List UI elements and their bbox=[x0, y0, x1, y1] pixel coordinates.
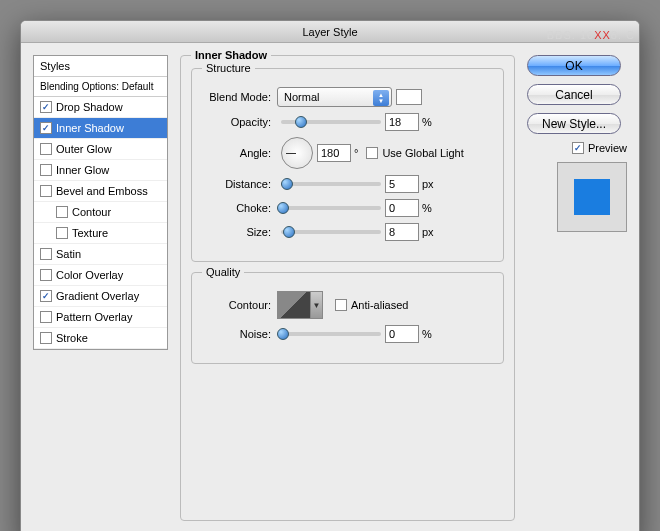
style-item-label: Pattern Overlay bbox=[56, 311, 132, 323]
distance-unit: px bbox=[422, 178, 434, 190]
style-item-color-overlay[interactable]: Color Overlay bbox=[34, 265, 167, 286]
style-item-inner-shadow[interactable]: Inner Shadow bbox=[34, 118, 167, 139]
style-item-contour[interactable]: Contour bbox=[34, 202, 167, 223]
choke-slider[interactable] bbox=[281, 206, 381, 210]
style-item-texture[interactable]: Texture bbox=[34, 223, 167, 244]
angle-dial[interactable] bbox=[281, 137, 313, 169]
preview-swatch bbox=[574, 179, 610, 215]
styles-header[interactable]: Styles bbox=[34, 56, 167, 77]
style-checkbox[interactable] bbox=[56, 206, 68, 218]
size-slider[interactable] bbox=[281, 230, 381, 234]
slider-thumb[interactable] bbox=[277, 328, 289, 340]
choke-unit: % bbox=[422, 202, 432, 214]
style-item-label: Drop Shadow bbox=[56, 101, 123, 113]
slider-thumb[interactable] bbox=[295, 116, 307, 128]
style-item-inner-glow[interactable]: Inner Glow bbox=[34, 160, 167, 181]
watermark: BBS. 16XX8. C bbox=[547, 24, 635, 46]
style-item-label: Inner Glow bbox=[56, 164, 109, 176]
choke-input[interactable] bbox=[385, 199, 419, 217]
structure-group: Structure Blend Mode: Normal ▲▼ Opacity: bbox=[191, 68, 504, 262]
style-item-label: Color Overlay bbox=[56, 269, 123, 281]
blending-options-row[interactable]: Blending Options: Default bbox=[34, 77, 167, 97]
blendmode-select[interactable]: Normal ▲▼ bbox=[277, 87, 392, 107]
size-label: Size: bbox=[202, 226, 277, 238]
style-checkbox[interactable] bbox=[40, 311, 52, 323]
preview-checkbox[interactable] bbox=[572, 142, 584, 154]
antialias-label: Anti-aliased bbox=[351, 299, 408, 311]
new-style-button[interactable]: New Style... bbox=[527, 113, 621, 134]
structure-legend: Structure bbox=[202, 62, 255, 74]
size-input[interactable] bbox=[385, 223, 419, 241]
distance-slider[interactable] bbox=[281, 182, 381, 186]
opacity-input[interactable] bbox=[385, 113, 419, 131]
style-checkbox[interactable] bbox=[40, 332, 52, 344]
noise-input[interactable] bbox=[385, 325, 419, 343]
global-light-checkbox[interactable] bbox=[366, 147, 378, 159]
style-item-label: Gradient Overlay bbox=[56, 290, 139, 302]
opacity-slider[interactable] bbox=[281, 120, 381, 124]
quality-group: Quality Contour: ▼ Anti-aliased Noise: bbox=[191, 272, 504, 364]
angle-label: Angle: bbox=[202, 147, 277, 159]
quality-legend: Quality bbox=[202, 266, 244, 278]
angle-input[interactable] bbox=[317, 144, 351, 162]
style-checkbox[interactable] bbox=[40, 122, 52, 134]
noise-unit: % bbox=[422, 328, 432, 340]
window-title: Layer Style bbox=[302, 26, 357, 38]
style-item-outer-glow[interactable]: Outer Glow bbox=[34, 139, 167, 160]
style-checkbox[interactable] bbox=[40, 185, 52, 197]
inner-shadow-panel: Inner Shadow Structure Blend Mode: Norma… bbox=[180, 55, 515, 521]
cancel-button[interactable]: Cancel bbox=[527, 84, 621, 105]
styles-list: Styles Blending Options: Default Drop Sh… bbox=[33, 55, 168, 350]
choke-label: Choke: bbox=[202, 202, 277, 214]
antialias-checkbox[interactable] bbox=[335, 299, 347, 311]
blendmode-label: Blend Mode: bbox=[202, 91, 277, 103]
opacity-label: Opacity: bbox=[202, 116, 277, 128]
style-item-stroke[interactable]: Stroke bbox=[34, 328, 167, 349]
style-item-label: Bevel and Emboss bbox=[56, 185, 148, 197]
chevron-updown-icon: ▲▼ bbox=[373, 90, 389, 106]
contour-label: Contour: bbox=[202, 299, 277, 311]
style-checkbox[interactable] bbox=[40, 143, 52, 155]
size-unit: px bbox=[422, 226, 434, 238]
preview-box bbox=[557, 162, 627, 232]
contour-picker[interactable] bbox=[277, 291, 311, 319]
slider-thumb[interactable] bbox=[277, 202, 289, 214]
ok-button[interactable]: OK bbox=[527, 55, 621, 76]
slider-thumb[interactable] bbox=[281, 178, 293, 190]
panel-title: Inner Shadow bbox=[191, 49, 271, 61]
style-item-label: Contour bbox=[72, 206, 111, 218]
style-checkbox[interactable] bbox=[40, 290, 52, 302]
style-item-label: Outer Glow bbox=[56, 143, 112, 155]
style-item-pattern-overlay[interactable]: Pattern Overlay bbox=[34, 307, 167, 328]
style-item-gradient-overlay[interactable]: Gradient Overlay bbox=[34, 286, 167, 307]
style-checkbox[interactable] bbox=[40, 101, 52, 113]
style-item-drop-shadow[interactable]: Drop Shadow bbox=[34, 97, 167, 118]
style-item-label: Texture bbox=[72, 227, 108, 239]
noise-label: Noise: bbox=[202, 328, 277, 340]
angle-unit: ° bbox=[354, 147, 358, 159]
distance-label: Distance: bbox=[202, 178, 277, 190]
style-checkbox[interactable] bbox=[56, 227, 68, 239]
chevron-down-icon[interactable]: ▼ bbox=[311, 291, 323, 319]
style-checkbox[interactable] bbox=[40, 269, 52, 281]
style-item-label: Stroke bbox=[56, 332, 88, 344]
style-checkbox[interactable] bbox=[40, 164, 52, 176]
titlebar: Layer Style BBS. 16XX8. C bbox=[21, 21, 639, 43]
preview-label: Preview bbox=[588, 142, 627, 154]
layer-style-dialog: Layer Style BBS. 16XX8. C Styles Blendin… bbox=[20, 20, 640, 531]
style-item-label: Satin bbox=[56, 248, 81, 260]
global-light-label: Use Global Light bbox=[382, 147, 463, 159]
blendmode-value: Normal bbox=[284, 91, 319, 103]
distance-input[interactable] bbox=[385, 175, 419, 193]
slider-thumb[interactable] bbox=[283, 226, 295, 238]
opacity-unit: % bbox=[422, 116, 432, 128]
noise-slider[interactable] bbox=[281, 332, 381, 336]
style-item-bevel-and-emboss[interactable]: Bevel and Emboss bbox=[34, 181, 167, 202]
style-item-satin[interactable]: Satin bbox=[34, 244, 167, 265]
style-item-label: Inner Shadow bbox=[56, 122, 124, 134]
shadow-color-swatch[interactable] bbox=[396, 89, 422, 105]
style-checkbox[interactable] bbox=[40, 248, 52, 260]
